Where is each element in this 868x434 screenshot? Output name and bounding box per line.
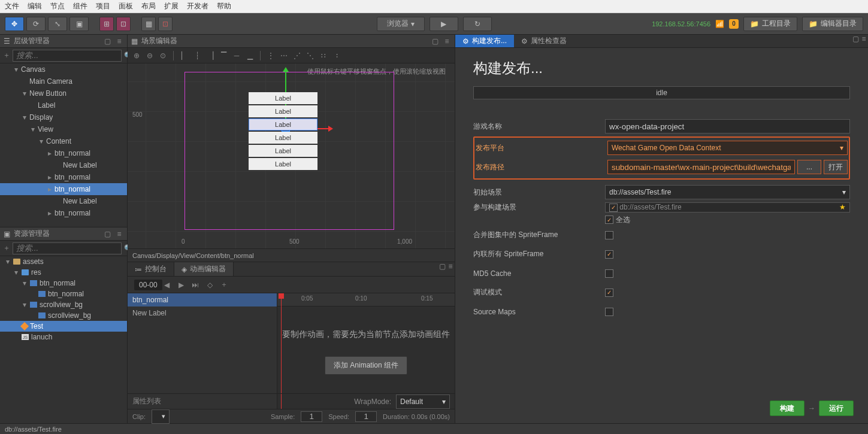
platform-select[interactable]: Wechat Game Open Data Context ▾ xyxy=(607,141,848,155)
menu-component[interactable]: 组件 xyxy=(73,1,87,11)
play-anim-button[interactable]: ▶ xyxy=(176,280,186,290)
label-node[interactable]: Label xyxy=(249,119,317,130)
asset-item[interactable]: btn_normal xyxy=(0,289,127,299)
project-dir-button[interactable]: 📁 工程目录 xyxy=(743,17,797,31)
notification-badge[interactable]: 0 xyxy=(729,19,739,29)
scene-viewport[interactable]: 使用鼠标右键平移视窗焦点，使用滚轮缩放视图 500 0 500 1,000 La… xyxy=(128,63,455,248)
editor-dir-button[interactable]: 📁 编辑器目录 xyxy=(802,17,863,31)
align-top-icon[interactable]: ▔ xyxy=(218,50,229,61)
add-animation-button[interactable]: 添加 Animation 组件 xyxy=(325,356,407,375)
tab-build[interactable]: ⚙ 构建发布... xyxy=(455,35,514,47)
speed-input[interactable] xyxy=(355,411,377,422)
panel-popout-icon[interactable]: ▢ xyxy=(103,230,111,238)
align-vcenter-icon[interactable]: ─ xyxy=(231,50,242,61)
menu-project[interactable]: 项目 xyxy=(96,1,110,11)
asset-item[interactable]: ▾res xyxy=(0,267,127,278)
scale-tool-button[interactable]: ⤡ xyxy=(48,17,67,31)
debug-checkbox[interactable]: ✓ xyxy=(605,289,613,297)
distribute-h-icon[interactable]: ⋮ xyxy=(265,50,276,61)
distribute-6-icon[interactable]: ∶ xyxy=(331,50,342,61)
tab-inspector[interactable]: ⚙ 属性检查器 xyxy=(514,35,574,47)
distribute-v-icon[interactable]: ⋯ xyxy=(279,50,289,61)
menu-file[interactable]: 文件 xyxy=(5,1,19,11)
hierarchy-search-input[interactable] xyxy=(13,50,122,62)
grid-tool-button[interactable]: ⊡ xyxy=(158,17,173,31)
panel-popout-icon[interactable]: ▢ xyxy=(103,37,111,45)
select-all-checkbox[interactable]: ✓ xyxy=(605,216,613,224)
distribute-3-icon[interactable]: ⋰ xyxy=(292,50,303,61)
tree-item[interactable]: Label xyxy=(0,99,127,111)
label-node[interactable]: Label xyxy=(249,145,317,157)
asset-item[interactable]: ▾btn_normal xyxy=(0,278,127,289)
scene-item[interactable]: ✓ db://assets/Test.fire ★ xyxy=(605,202,850,213)
open-path-button[interactable]: 打开 xyxy=(824,160,848,174)
local-tool-button[interactable]: ⊡ xyxy=(116,17,131,31)
zoom-fit-icon[interactable]: ⊙ xyxy=(158,50,168,61)
asset-item[interactable]: scrollview_bg xyxy=(0,310,127,321)
inline-sf-checkbox[interactable]: ✓ xyxy=(605,250,613,259)
panel-popout-icon[interactable]: ▢ xyxy=(431,37,439,45)
tree-item[interactable]: ▾View xyxy=(0,123,127,135)
timeline-track[interactable]: New Label xyxy=(128,306,277,320)
play-button[interactable]: ▶ xyxy=(430,17,458,31)
menu-developer[interactable]: 开发者 xyxy=(187,1,208,11)
tree-item[interactable]: ▾New Button xyxy=(0,87,127,99)
distribute-5-icon[interactable]: ∷ xyxy=(318,50,329,61)
distribute-4-icon[interactable]: ⋱ xyxy=(305,50,316,61)
tree-item[interactable]: ▸btn_normal xyxy=(0,207,127,219)
add-key-button[interactable]: ＋ xyxy=(219,280,229,290)
tree-item[interactable]: ▸btn_normal xyxy=(0,183,127,195)
run-button[interactable]: 运行 xyxy=(819,400,854,416)
panel-menu-icon[interactable]: ≡ xyxy=(443,37,451,45)
browse-path-button[interactable]: ... xyxy=(797,160,821,174)
asset-item[interactable]: ▾assets xyxy=(0,256,127,267)
zoom-in-icon[interactable]: ⊕ xyxy=(131,50,142,61)
sample-input[interactable] xyxy=(301,411,322,422)
assets-tree[interactable]: ▾assets▾res▾btn_normalbtn_normal▾scrollv… xyxy=(0,256,127,423)
menu-node[interactable]: 节点 xyxy=(50,1,65,11)
align-hcenter-icon[interactable]: ┆ xyxy=(192,50,202,61)
scene-checkbox[interactable]: ✓ xyxy=(609,204,618,212)
rotate-tool-button[interactable]: ⟳ xyxy=(26,17,46,31)
asset-item[interactable]: JSlanuch xyxy=(0,332,127,342)
panel-popout-icon[interactable]: ▢ xyxy=(438,262,446,271)
tree-item[interactable]: New Label xyxy=(0,195,127,207)
menu-edit[interactable]: 编辑 xyxy=(28,1,42,11)
menu-panel[interactable]: 面板 xyxy=(119,1,133,11)
label-node[interactable]: Label xyxy=(249,92,317,104)
move-tool-button[interactable]: ✥ xyxy=(5,17,24,31)
label-node[interactable]: Label xyxy=(249,105,317,117)
next-frame-button[interactable]: ⏭ xyxy=(190,280,201,290)
keyframe-button[interactable]: ◇ xyxy=(204,280,215,290)
align-tool-button[interactable]: ▦ xyxy=(141,17,156,31)
build-path-input[interactable] xyxy=(607,160,795,174)
init-scene-select[interactable]: db://assets/Test.fire ▾ xyxy=(605,185,850,199)
prev-frame-button[interactable]: ◀ xyxy=(161,280,172,290)
label-node[interactable]: Label xyxy=(249,132,317,144)
menu-extensions[interactable]: 扩展 xyxy=(164,1,179,11)
panel-menu-icon[interactable]: ≡ xyxy=(115,230,123,238)
align-right-icon[interactable]: ▕ xyxy=(205,50,216,61)
tree-item[interactable]: ▸btn_normal xyxy=(0,171,127,183)
build-button[interactable]: 构建 xyxy=(770,400,805,416)
zoom-out-icon[interactable]: ⊖ xyxy=(144,50,155,61)
menu-help[interactable]: 帮助 xyxy=(217,1,231,11)
timeline-track[interactable]: btn_normal xyxy=(128,293,277,306)
label-node[interactable]: Label xyxy=(249,158,317,170)
playhead[interactable] xyxy=(281,293,282,409)
timeline-area[interactable]: 0:05 0:10 0:15 要制作动画，需要先为当前节点添加动画组件 添加 A… xyxy=(277,293,455,409)
panel-popout-icon[interactable]: ▢ xyxy=(851,35,860,43)
panel-menu-icon[interactable]: ≡ xyxy=(115,37,123,45)
tree-item[interactable]: Main Camera xyxy=(0,75,127,87)
tab-console[interactable]: ≔ 控制台 xyxy=(128,262,174,276)
md5-checkbox[interactable] xyxy=(605,269,613,278)
tree-item[interactable]: ▾Content xyxy=(0,135,127,147)
wrapmode-select[interactable]: Default▾ xyxy=(396,394,450,409)
merge-atlas-checkbox[interactable] xyxy=(605,231,613,239)
game-name-input[interactable] xyxy=(605,119,850,133)
rect-tool-button[interactable]: ▣ xyxy=(69,17,89,31)
assets-add-button[interactable]: ＋ xyxy=(3,243,10,254)
assets-search-input[interactable] xyxy=(13,242,122,254)
align-left-icon[interactable]: ▏ xyxy=(179,50,189,61)
tree-item[interactable]: ▸btn_normal xyxy=(0,147,127,159)
